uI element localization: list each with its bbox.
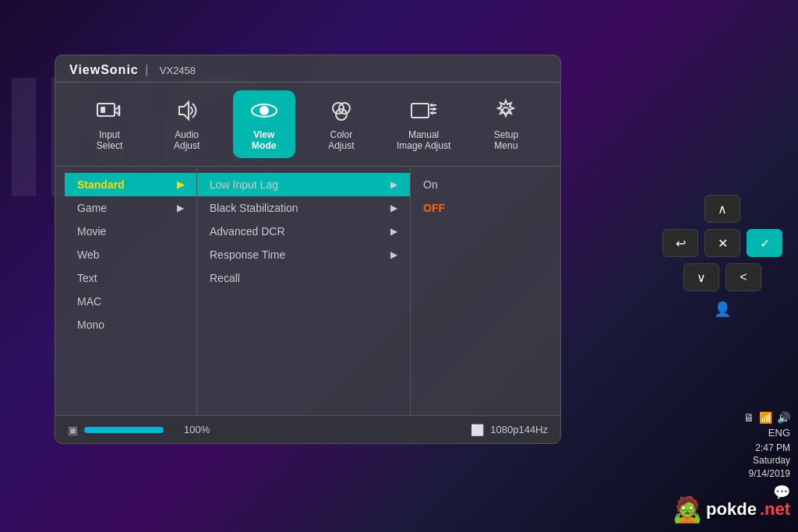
brightness-pct: 100% — [184, 424, 210, 435]
menu-web[interactable]: Web — [65, 243, 196, 266]
manual-image-icon — [408, 97, 440, 125]
nav-input-select[interactable]: InputSelect — [79, 90, 141, 158]
svg-rect-12 — [411, 104, 429, 118]
tray-lang: ENG — [768, 427, 790, 439]
middle-panel: Low Input Lag ▶ Black Stabilization ▶ Ad… — [197, 167, 411, 430]
menu-web-label: Web — [77, 248, 100, 261]
submenu-advanced-dcr[interactable]: Advanced DCR ▶ — [197, 220, 410, 243]
svg-point-11 — [336, 109, 347, 120]
watermark: 🧟 pokde .net — [672, 495, 790, 524]
svg-marker-5 — [179, 102, 189, 119]
person-icon: 👤 — [714, 301, 731, 318]
submenu-recall[interactable]: Recall — [197, 266, 410, 290]
audio-adjust-icon — [171, 97, 203, 125]
submenu-response-time[interactable]: Response Time ▶ — [197, 243, 410, 266]
view-mode-icon — [249, 97, 280, 125]
tray-time: 2:47 PM Saturday 9/14/2019 — [749, 442, 790, 481]
nav-color-adjust-label: ColorAdjust — [328, 129, 354, 152]
aspect-icon: ⬜ — [471, 424, 484, 436]
left-panel: Standard ▶ Game ▶ Movie Web Text MAC Mon… — [65, 167, 197, 430]
up-button[interactable]: ∧ — [704, 195, 740, 223]
menu-standard-label: Standard — [77, 178, 125, 191]
nav-setup-menu-label: SetupMenu — [494, 129, 518, 152]
nav-view-mode[interactable]: ViewMode — [233, 90, 295, 158]
resolution-section: ⬜ 1080p144Hz — [471, 424, 548, 436]
menu-game-label: Game — [77, 202, 107, 214]
value-off: OFF — [411, 196, 551, 220]
input-select-icon — [94, 97, 125, 125]
menu-mono-label: Mono — [77, 319, 104, 331]
brightness-fill — [84, 427, 164, 433]
submenu-black-stabilization[interactable]: Black Stabilization ▶ — [197, 196, 410, 220]
svg-rect-0 — [97, 104, 115, 116]
resolution-text: 1080p144Hz — [490, 424, 548, 435]
watermark-prefix: pokde — [706, 499, 757, 520]
brightness-section: ▣ 100% — [68, 424, 210, 436]
brand-name: ViewSonic — [69, 63, 139, 76]
down-button[interactable]: ∨ — [683, 263, 719, 291]
submenu-advanced-dcr-arrow: ▶ — [390, 226, 397, 237]
brand-divider: | — [145, 63, 148, 76]
nav-audio-adjust-label: AudioAdjust — [174, 129, 200, 152]
time-display: 2:47 PM — [755, 442, 790, 453]
menu-text-label: Text — [77, 272, 97, 284]
nav-input-select-label: InputSelect — [97, 129, 122, 152]
brightness-bar — [84, 427, 178, 433]
status-bar: ▣ 100% ⬜ 1080p144Hz — [55, 415, 560, 443]
system-tray: 🖥 📶 🔊 ENG 2:47 PM Saturday 9/14/2019 💬 — [743, 411, 790, 501]
mascot-icon: 🧟 — [672, 495, 703, 524]
wifi-icon: 📶 — [759, 411, 772, 424]
submenu-response-time-label: Response Time — [210, 248, 285, 261]
main-content: Standard ▶ Game ▶ Movie Web Text MAC Mon… — [65, 167, 551, 430]
menu-mac[interactable]: MAC — [65, 290, 196, 313]
svg-point-16 — [430, 104, 433, 107]
menu-mac-label: MAC — [77, 295, 101, 308]
watermark-suffix: .net — [760, 499, 790, 520]
nav-manual-image-label: ManualImage Adjust — [397, 129, 450, 152]
submenu-black-stabilization-arrow: ▶ — [390, 203, 397, 213]
nav-audio-adjust[interactable]: AudioAdjust — [156, 90, 218, 158]
submenu-recall-label: Recall — [210, 272, 240, 284]
svg-point-17 — [433, 107, 436, 111]
submenu-low-input-lag-label: Low Input Lag — [210, 178, 278, 191]
menu-game-arrow: ▶ — [177, 203, 184, 213]
volume-icon: 🔊 — [777, 411, 790, 424]
monitor-nav-buttons: ∧ ↩ ✕ ✓ ∨ < 👤 — [662, 195, 782, 318]
menu-movie-label: Movie — [77, 225, 106, 238]
menu-standard[interactable]: Standard ▶ — [65, 173, 196, 196]
back-button[interactable]: ↩ — [662, 229, 698, 257]
x-button[interactable]: ✕ — [704, 229, 740, 257]
nav-setup-menu[interactable]: SetupMenu — [475, 90, 537, 158]
brightness-icon: ▣ — [68, 424, 78, 436]
submenu-advanced-dcr-label: Advanced DCR — [210, 225, 285, 238]
tray-icons: 🖥 📶 🔊 — [743, 411, 790, 424]
left-button[interactable]: < — [726, 263, 761, 291]
menu-movie[interactable]: Movie — [65, 220, 196, 243]
menu-standard-arrow: ▶ — [177, 179, 184, 190]
date-display: 9/14/2019 — [749, 468, 790, 479]
brand-header: ViewSonic | VX2458 — [55, 55, 560, 83]
submenu-low-input-lag-arrow: ▶ — [390, 179, 397, 190]
submenu-black-stabilization-label: Black Stabilization — [210, 202, 298, 214]
check-button[interactable]: ✓ — [747, 229, 782, 257]
osd-panel: ViewSonic | VX2458 InputSelect — [55, 55, 561, 444]
svg-rect-4 — [101, 107, 105, 113]
color-adjust-icon — [326, 97, 357, 125]
svg-point-8 — [263, 109, 266, 112]
submenu-low-input-lag[interactable]: Low Input Lag ▶ — [197, 173, 410, 196]
right-panel: On OFF — [411, 167, 551, 430]
menu-text[interactable]: Text — [65, 266, 196, 290]
submenu-response-time-arrow: ▶ — [390, 249, 397, 260]
menu-game[interactable]: Game ▶ — [65, 196, 196, 220]
nav-manual-image-adjust[interactable]: ManualImage Adjust — [387, 90, 460, 158]
setup-menu-icon — [490, 97, 521, 125]
nav-bar: InputSelect AudioAdjust Vi — [55, 83, 560, 167]
day-display: Saturday — [753, 455, 790, 466]
value-on: On — [411, 173, 551, 196]
nav-color-adjust[interactable]: ColorAdjust — [310, 90, 373, 158]
nav-view-mode-label: ViewMode — [252, 129, 276, 152]
menu-mono[interactable]: Mono — [65, 313, 196, 336]
nav-button-row-bottom: ∨ < — [683, 263, 761, 291]
monitor-tray-icon: 🖥 — [743, 411, 754, 424]
brand-model: VX2458 — [160, 65, 196, 76]
